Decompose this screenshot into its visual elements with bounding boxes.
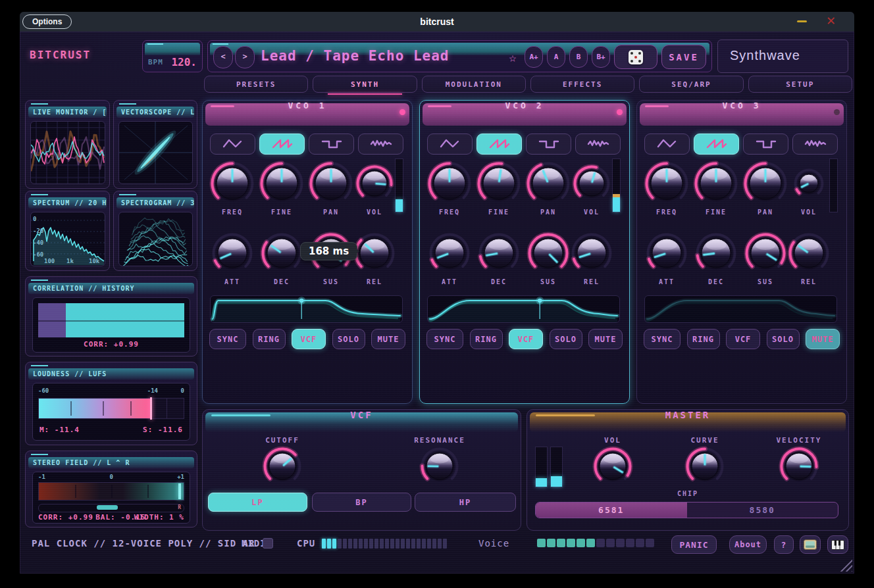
knob-vol[interactable]	[592, 445, 634, 487]
sawtooth-wave-button[interactable]	[259, 134, 305, 155]
tab-effects[interactable]: EFFECTS	[530, 76, 634, 93]
live-monitor-panel-title[interactable]: LIVE MONITOR / [ SETUP ]	[28, 107, 107, 118]
knob-att[interactable]	[644, 231, 689, 276]
chip-6581-button[interactable]: 6581	[536, 502, 687, 518]
ring-button[interactable]: RING	[253, 329, 286, 349]
compare-a-button[interactable]: A	[547, 46, 565, 68]
save-button[interactable]: SAVE	[661, 45, 706, 69]
category-box[interactable]: Synthwave	[717, 39, 848, 73]
knob-fine[interactable]	[258, 160, 305, 207]
chip-8580-button[interactable]: 8580	[687, 502, 838, 518]
virtual-keyboard-button[interactable]	[827, 535, 848, 554]
knob-rel[interactable]	[786, 231, 831, 276]
loudness-bar-tick	[103, 401, 104, 416]
sawtooth-wave-button[interactable]	[476, 134, 522, 155]
minimize-button[interactable]	[797, 20, 807, 22]
sawtooth-wave-button[interactable]	[694, 134, 739, 155]
noise-wave-button[interactable]	[792, 134, 838, 155]
tab-setup[interactable]: SETUP	[748, 76, 852, 93]
vcf-button[interactable]: VCF	[726, 329, 760, 349]
knob-dec[interactable]	[476, 231, 521, 276]
compare-b-button[interactable]: B	[569, 46, 588, 68]
sync-button[interactable]: SYNC	[426, 329, 463, 349]
help-button[interactable]: ?	[774, 535, 794, 554]
cpu-segment	[364, 539, 368, 549]
pulse-wave-button[interactable]	[309, 134, 354, 155]
width-slider-handle[interactable]	[97, 505, 118, 510]
tab-seq-arp[interactable]: SEQ/ARP	[639, 76, 743, 93]
envelope-display[interactable]	[210, 295, 403, 323]
vcf-button[interactable]: VCF	[509, 329, 543, 349]
knob-curve[interactable]	[684, 445, 726, 487]
knob-fine[interactable]	[475, 160, 523, 207]
knob-pan[interactable]	[307, 160, 355, 207]
knob-sus[interactable]	[743, 231, 788, 276]
knob-att[interactable]	[427, 231, 472, 276]
tab-modulation[interactable]: MODULATION	[422, 76, 526, 93]
mute-button[interactable]: MUTE	[806, 329, 840, 349]
knob-att[interactable]	[210, 231, 255, 276]
pulse-wave-icon	[754, 136, 778, 151]
next-preset-button[interactable]: >	[235, 46, 255, 68]
triangle-wave-button[interactable]	[210, 134, 255, 155]
knob-vol[interactable]	[571, 163, 612, 204]
envelope-display[interactable]	[427, 295, 620, 323]
randomize-button[interactable]	[614, 45, 657, 69]
close-button[interactable]: ✕	[826, 14, 836, 28]
knob-velocity[interactable]	[778, 445, 820, 487]
panic-button[interactable]: PANIC	[671, 535, 717, 554]
compare-a-plus-button[interactable]: A+	[525, 46, 543, 68]
ring-button[interactable]: RING	[687, 329, 720, 349]
compare-b-plus-button[interactable]: B+	[592, 46, 610, 68]
knob-vol[interactable]	[354, 163, 395, 204]
bpm-value[interactable]: 120.	[171, 56, 197, 68]
knob-cutoff[interactable]	[261, 445, 303, 487]
knob-pan[interactable]	[742, 160, 789, 207]
bpm-box[interactable]: BPM 120.	[142, 40, 203, 72]
mute-button[interactable]: MUTE	[588, 329, 623, 349]
mute-button[interactable]: MUTE	[371, 329, 405, 349]
width-slider[interactable]: R	[38, 504, 184, 512]
noise-wave-button[interactable]	[575, 134, 621, 155]
sync-button[interactable]: SYNC	[644, 329, 681, 349]
knob-dec[interactable]	[694, 231, 738, 276]
solo-button[interactable]: SOLO	[550, 329, 582, 349]
knob-resonance[interactable]	[419, 445, 461, 487]
stereo-bar-tick	[147, 485, 149, 498]
ring-button[interactable]: RING	[470, 329, 503, 349]
triangle-wave-button[interactable]	[427, 134, 473, 155]
sync-button[interactable]: SYNC	[209, 329, 246, 349]
knob-freq[interactable]	[643, 160, 690, 207]
preset-name[interactable]: Lead / Tape Echo Lead	[261, 48, 450, 64]
favorite-star-button[interactable]: ☆	[505, 47, 521, 67]
solo-button[interactable]: SOLO	[332, 329, 365, 349]
envelope-display[interactable]	[644, 295, 837, 323]
vcf-button[interactable]: VCF	[292, 329, 326, 349]
noise-wave-button[interactable]	[358, 134, 403, 155]
vco-title: VCO 2	[420, 101, 629, 123]
crt-display-button[interactable]	[800, 535, 821, 554]
knob-pan[interactable]	[525, 160, 572, 207]
knob-freq[interactable]	[209, 160, 256, 207]
vco-panel-2: VCO 2FREQFINEPANVOLATTDECSUSRELSYNCRINGV…	[419, 100, 630, 404]
tab-synth[interactable]: SYNTH	[313, 76, 417, 93]
filter-mode-bp-button[interactable]: BP	[312, 493, 411, 512]
pulse-wave-button[interactable]	[526, 134, 571, 155]
filter-mode-hp-button[interactable]: HP	[415, 493, 516, 512]
about-button[interactable]: About	[729, 535, 767, 554]
knob-vol[interactable]	[792, 166, 826, 201]
knob-fine[interactable]	[692, 160, 740, 207]
pulse-wave-button[interactable]	[743, 134, 788, 155]
tab-presets[interactable]: PRESETS	[204, 76, 308, 93]
filter-mode-lp-button[interactable]: LP	[208, 493, 307, 512]
knob-rel[interactable]	[569, 231, 614, 276]
triangle-wave-button[interactable]	[644, 134, 690, 155]
prev-preset-button[interactable]: <	[213, 46, 233, 68]
resize-handle[interactable]	[838, 557, 852, 572]
lufs-tick-label: -60	[38, 387, 49, 394]
knob-sus[interactable]	[526, 231, 571, 276]
knob-freq[interactable]	[426, 160, 473, 207]
solo-button[interactable]: SOLO	[767, 329, 800, 349]
knob-dec[interactable]	[259, 231, 304, 276]
vco-panel-3: VCO 3FREQFINEPANVOLATTDECSUSRELSYNCRINGV…	[636, 100, 847, 404]
